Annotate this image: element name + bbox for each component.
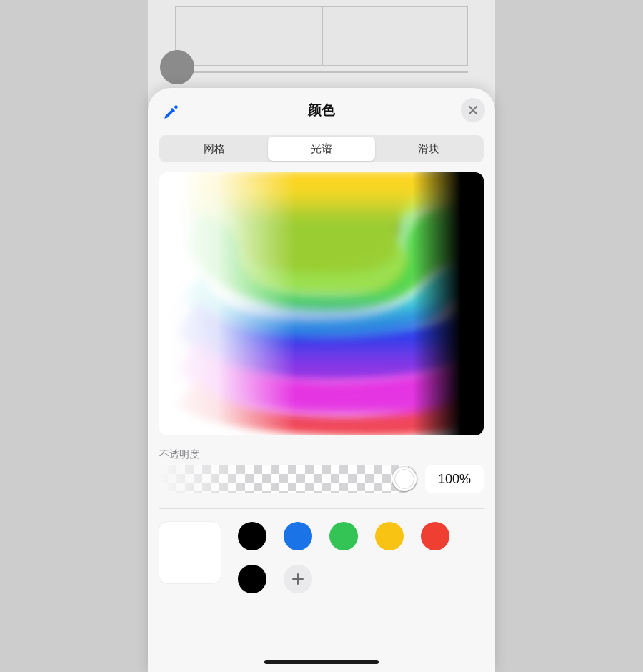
preset-swatch[interactable] [284,522,312,550]
current-color-swatch [159,522,221,583]
close-icon [468,105,478,115]
preset-swatch[interactable] [421,522,449,550]
opacity-label: 不透明度 [159,448,484,461]
tab-grid[interactable]: 网格 [161,137,268,161]
background-table-divider [175,71,468,73]
mode-segmented-control: 网格 光谱 滑块 [159,135,484,162]
spectrum-canvas[interactable] [159,172,484,435]
add-swatch-button[interactable] [284,565,312,593]
opacity-slider-thumb[interactable] [392,467,417,491]
opacity-row: 100% [159,465,484,493]
plus-icon [292,573,304,585]
swatch-section [159,522,484,593]
preset-swatch[interactable] [238,522,266,550]
opacity-slider-track[interactable] [159,465,418,493]
sheet-header: 颜色 [148,88,495,132]
eyedropper-icon[interactable] [162,102,181,121]
background-table-row [175,6,468,66]
close-button[interactable] [461,98,485,122]
tab-spectrum[interactable]: 光谱 [268,137,375,161]
device-frame: 颜色 网格 光谱 滑块 [148,0,495,672]
svg-rect-1 [159,172,484,435]
preset-swatch[interactable] [375,522,404,550]
color-picker-sheet: 颜色 网格 光谱 滑块 [148,88,495,672]
preset-swatch[interactable] [238,565,266,593]
swatch-grid [238,522,449,593]
opacity-value-field[interactable]: 100% [425,465,484,493]
divider [159,508,484,509]
tab-sliders[interactable]: 滑块 [375,137,482,161]
home-indicator[interactable] [264,660,379,664]
sheet-title: 颜色 [308,101,335,119]
drag-handle-dot[interactable] [160,50,194,84]
preset-swatch[interactable] [329,522,358,550]
